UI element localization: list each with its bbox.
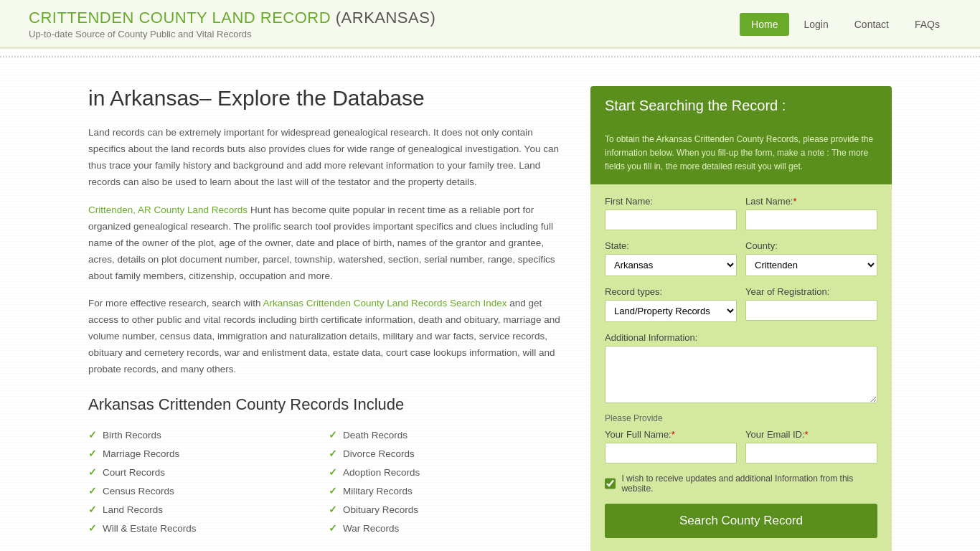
para-1: Land records can be extremely important … xyxy=(88,125,569,191)
left-article: in Arkansas– Explore the Database Land r… xyxy=(88,86,569,537)
newsletter-label: I wish to receive updates and additional… xyxy=(621,474,877,494)
state-group: State: ArkansasAlabamaAlaskaArizonaCalif… xyxy=(605,240,737,276)
county-group: County: CrittendenArkansasAshleyBaxterBe… xyxy=(745,240,877,276)
check-icon: ✓ xyxy=(329,448,337,459)
check-icon: ✓ xyxy=(88,504,97,515)
full-name-required: * xyxy=(672,429,675,440)
additional-group: Additional Information: xyxy=(605,332,877,403)
county-label: County: xyxy=(745,240,877,251)
last-name-required: * xyxy=(793,196,796,207)
nav-home[interactable]: Home xyxy=(740,13,789,36)
site-header: CRITTENDEN COUNTY LAND RECORD (ARKANSAS)… xyxy=(0,0,980,49)
state-county-row: State: ArkansasAlabamaAlaskaArizonaCalif… xyxy=(605,240,877,276)
record-label: Obituary Records xyxy=(343,504,418,515)
check-icon: ✓ xyxy=(329,429,337,441)
site-branding: CRITTENDEN COUNTY LAND RECORD (ARKANSAS)… xyxy=(29,9,435,39)
state-select[interactable]: ArkansasAlabamaAlaskaArizonaCaliforniaCo… xyxy=(605,254,737,276)
additional-label: Additional Information: xyxy=(605,332,877,343)
record-item: ✓Divorce Records xyxy=(329,444,569,463)
name-row: First Name: Last Name:* xyxy=(605,196,877,230)
email-required: * xyxy=(805,429,809,440)
record-item: ✓Death Records xyxy=(329,425,569,444)
email-label: Your Email ID:* xyxy=(745,429,877,440)
contact-row: Your Full Name:* Your Email ID:* xyxy=(605,429,877,463)
record-item: ✓War Records xyxy=(329,519,569,537)
nav-faqs[interactable]: FAQs xyxy=(903,13,951,36)
record-item: ✓Obituary Records xyxy=(329,500,569,519)
para3-suffix: and get access to other public and vital… xyxy=(88,298,560,375)
record-label: Death Records xyxy=(343,430,407,441)
record-item: ✓Court Records xyxy=(88,463,329,481)
year-input[interactable] xyxy=(745,300,877,321)
record-label: Will & Estate Records xyxy=(103,523,197,534)
record-item: ✓Adoption Records xyxy=(329,463,569,481)
check-icon: ✓ xyxy=(88,448,97,459)
record-label: Land Records xyxy=(103,504,163,515)
first-name-label: First Name: xyxy=(605,196,737,207)
record-label: Divorce Records xyxy=(343,448,415,459)
record-types-select[interactable]: Land/Property RecordsBirth RecordsDeath … xyxy=(605,300,737,322)
record-item: ✓Census Records xyxy=(88,481,329,500)
additional-textarea[interactable] xyxy=(605,346,877,403)
record-label: Birth Records xyxy=(103,430,161,441)
site-subtitle: Up-to-date Source of County Public and V… xyxy=(29,29,435,39)
records-heading: Arkansas Crittenden County Records Inclu… xyxy=(88,395,569,414)
para-3: For more effective research, search with… xyxy=(88,296,569,378)
last-name-label: Last Name:* xyxy=(745,196,877,207)
please-provide-label: Please Provide xyxy=(605,413,877,423)
header-separator xyxy=(0,56,980,57)
last-name-group: Last Name:* xyxy=(745,196,877,230)
site-title: CRITTENDEN COUNTY LAND RECORD (ARKANSAS) xyxy=(29,9,435,27)
main-nav: Home Login Contact FAQs xyxy=(740,13,951,36)
record-item: ✓Will & Estate Records xyxy=(88,519,329,537)
para3-link[interactable]: Arkansas Crittenden County Land Records … xyxy=(263,298,507,309)
record-label: War Records xyxy=(343,523,399,534)
check-icon: ✓ xyxy=(329,522,337,534)
state-label: State: xyxy=(605,240,737,251)
last-name-input[interactable] xyxy=(745,209,877,230)
records-list: ✓Birth Records✓Death Records✓Marriage Re… xyxy=(88,425,569,537)
panel-title: Start Searching the Record : xyxy=(590,86,892,126)
full-name-label: Your Full Name:* xyxy=(605,429,737,440)
record-year-row: Record types: Land/Property RecordsBirth… xyxy=(605,286,877,322)
additional-row: Additional Information: xyxy=(605,332,877,403)
para3-prefix: For more effective research, search with xyxy=(88,298,263,309)
para2-link[interactable]: Crittenden, AR County Land Records xyxy=(88,204,248,215)
county-select[interactable]: CrittendenArkansasAshleyBaxterBentonBoon… xyxy=(745,254,877,276)
year-group: Year of Registration: xyxy=(745,286,877,322)
newsletter-checkbox[interactable] xyxy=(605,478,616,489)
check-icon: ✓ xyxy=(88,429,97,441)
record-types-group: Record types: Land/Property RecordsBirth… xyxy=(605,286,737,322)
record-item: ✓Military Records xyxy=(329,481,569,500)
search-panel: Start Searching the Record : To obtain t… xyxy=(590,86,892,551)
panel-form: First Name: Last Name:* State: ArkansasA… xyxy=(590,184,892,551)
page-heading: in Arkansas– Explore the Database xyxy=(88,86,569,110)
record-item: ✓Birth Records xyxy=(88,425,329,444)
check-icon: ✓ xyxy=(88,522,97,534)
record-types-label: Record types: xyxy=(605,286,737,297)
check-icon: ✓ xyxy=(88,466,97,478)
check-icon: ✓ xyxy=(88,485,97,496)
record-label: Marriage Records xyxy=(103,448,179,459)
search-button[interactable]: Search County Record xyxy=(605,504,877,538)
check-icon: ✓ xyxy=(329,466,337,478)
email-group: Your Email ID:* xyxy=(745,429,877,463)
panel-intro: To obtain the Arkansas Crittenden County… xyxy=(590,126,892,184)
year-label: Year of Registration: xyxy=(745,286,877,297)
full-name-input[interactable] xyxy=(605,443,737,463)
para-2: Crittenden, AR County Land Records Hunt … xyxy=(88,202,569,285)
check-icon: ✓ xyxy=(329,504,337,515)
record-label: Adoption Records xyxy=(343,467,420,478)
check-icon: ✓ xyxy=(329,485,337,496)
email-input[interactable] xyxy=(745,443,877,463)
nav-contact[interactable]: Contact xyxy=(843,13,900,36)
record-label: Military Records xyxy=(343,486,413,496)
newsletter-row: I wish to receive updates and additional… xyxy=(605,474,877,494)
record-item: ✓Land Records xyxy=(88,500,329,519)
nav-login[interactable]: Login xyxy=(792,13,839,36)
first-name-group: First Name: xyxy=(605,196,737,230)
record-item: ✓Marriage Records xyxy=(88,444,329,463)
para2-suffix: Hunt has become quite popular in recent … xyxy=(88,204,555,281)
first-name-input[interactable] xyxy=(605,209,737,230)
record-label: Court Records xyxy=(103,467,165,478)
